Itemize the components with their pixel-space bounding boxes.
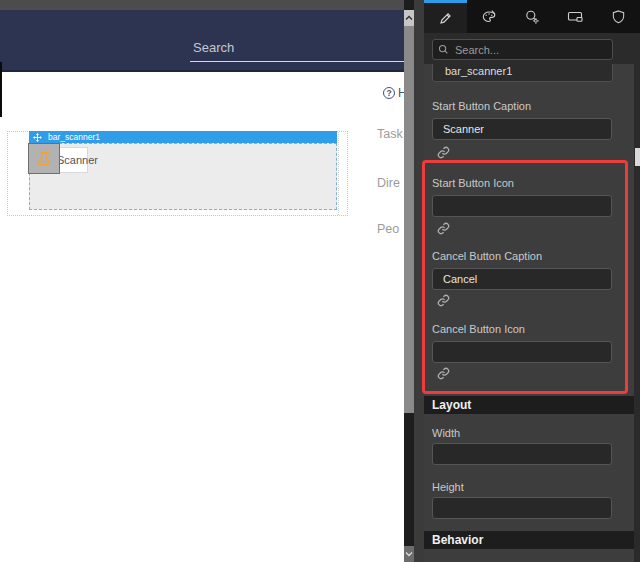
page-field-label: Task <box>377 127 403 141</box>
selected-widget-header[interactable]: bar_scanner1 <box>29 131 337 143</box>
tab-pages[interactable] <box>554 0 597 33</box>
interaction-gear-icon <box>524 9 540 25</box>
tab-security[interactable] <box>597 0 640 33</box>
properties-panel: bar_scanner1 Start Button Caption Start … <box>424 0 640 562</box>
move-icon[interactable] <box>33 133 42 142</box>
scroll-down-button[interactable] <box>404 546 414 562</box>
link-icon[interactable] <box>437 367 450 380</box>
page-field-label: Peo <box>377 222 399 236</box>
widget-icon-tile[interactable] <box>28 143 60 174</box>
tab-properties[interactable] <box>424 0 467 33</box>
panel-search-input[interactable] <box>432 39 613 60</box>
canvas-edge <box>0 62 2 117</box>
tab-styling[interactable] <box>467 0 510 33</box>
field-label: Width <box>432 427 460 439</box>
drop-zone-guide <box>338 132 339 215</box>
panel-search-row <box>424 33 640 64</box>
link-icon[interactable] <box>437 222 450 235</box>
scrollbar-thumb[interactable] <box>404 26 414 413</box>
panel-content: bar_scanner1 Start Button Caption Start … <box>424 64 640 562</box>
link-icon[interactable] <box>437 146 450 159</box>
preview-search-field[interactable]: Search <box>193 40 234 55</box>
chevron-down-icon <box>405 551 413 557</box>
scroll-up-button[interactable] <box>404 10 414 26</box>
shield-icon <box>611 9 626 25</box>
link-icon[interactable] <box>437 294 450 307</box>
selected-widget-name: bar_scanner1 <box>48 132 100 142</box>
pencil-icon <box>438 11 453 26</box>
app-window: Search ? H Task Dire Peo bar_scanner1 Sc… <box>0 0 640 562</box>
page-canvas[interactable]: Search ? H Task Dire Peo bar_scanner1 Sc… <box>0 0 404 562</box>
scanner-button-caption: Scanner <box>57 154 98 166</box>
cancel-button-icon-input[interactable] <box>432 341 612 363</box>
section-layout[interactable]: Layout <box>424 396 634 414</box>
panel-divider[interactable] <box>414 0 424 562</box>
tab-interaction[interactable] <box>510 0 553 33</box>
section-behavior[interactable]: Behavior <box>424 531 634 549</box>
cancel-button-caption-input[interactable] <box>432 268 612 290</box>
help-circle-icon: ? <box>383 87 395 99</box>
device-icon <box>567 9 584 24</box>
flask-icon <box>35 149 53 169</box>
chevron-up-icon <box>405 15 413 21</box>
canvas-scrollbar[interactable] <box>404 0 414 562</box>
search-icon <box>438 44 449 55</box>
help-link[interactable]: ? H <box>383 86 404 100</box>
field-label: Cancel Button Icon <box>432 323 525 335</box>
field-label: Cancel Button Caption <box>432 250 542 262</box>
start-button-caption-input[interactable] <box>432 118 612 140</box>
preview-navbar: Search <box>0 10 404 72</box>
widget-name-field[interactable]: bar_scanner1 <box>432 64 613 82</box>
panel-scrollbar[interactable] <box>634 64 640 562</box>
palette-icon <box>481 9 497 25</box>
preview-search-underline <box>190 61 404 62</box>
field-label: Start Button Caption <box>432 100 531 112</box>
panel-tab-bar <box>424 0 640 33</box>
start-button-icon-input[interactable] <box>432 195 612 217</box>
window-top-strip <box>0 0 414 10</box>
field-label: Height <box>432 481 464 493</box>
width-input[interactable] <box>432 443 612 465</box>
page-field-label: Dire <box>377 176 400 190</box>
field-label: Start Button Icon <box>432 177 514 189</box>
height-input[interactable] <box>432 497 612 519</box>
panel-scrollbar-thumb[interactable] <box>635 148 640 166</box>
